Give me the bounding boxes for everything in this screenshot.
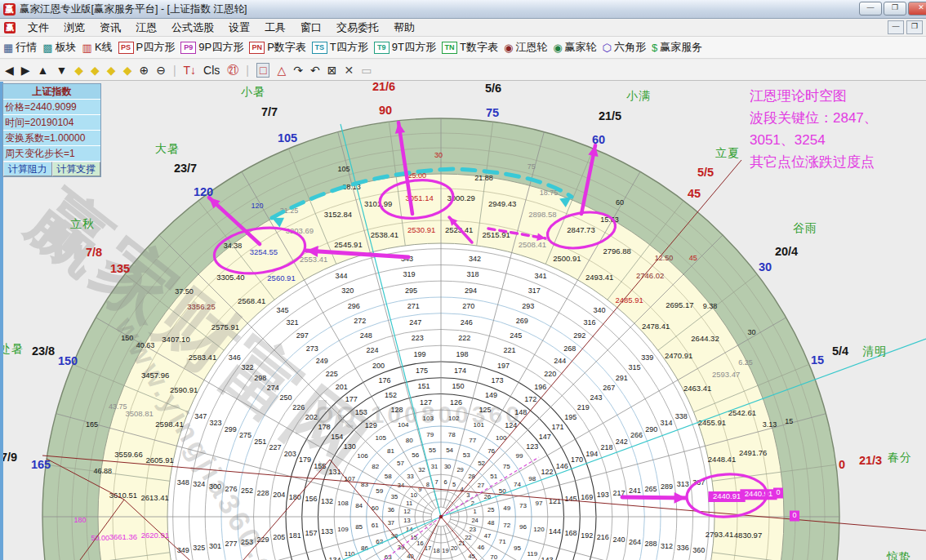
menu-item-公式选股[interactable]: 公式选股 (164, 19, 221, 37)
svg-text:52: 52 (478, 460, 485, 467)
toolbar-label: 9T四方形 (392, 40, 436, 55)
menu-item-帮助[interactable]: 帮助 (386, 19, 422, 37)
toolbar-button-9P四方形[interactable]: P99P四方形 (180, 40, 243, 55)
diamond-up-icon[interactable]: ◆ (107, 64, 116, 77)
svg-text:122: 122 (541, 468, 553, 476)
svg-text:173: 173 (491, 376, 503, 384)
svg-text:15: 15 (785, 417, 793, 425)
svg-text:150: 150 (452, 382, 464, 390)
nav-right-icon[interactable]: ▶ (21, 64, 30, 77)
svg-text:20: 20 (451, 544, 457, 552)
menu-item-江恩[interactable]: 江恩 (128, 19, 164, 37)
svg-text:312: 312 (661, 542, 673, 550)
svg-text:30: 30 (444, 463, 451, 470)
svg-text:0: 0 (839, 458, 845, 471)
svg-text:216: 216 (597, 533, 609, 541)
diamond-down-icon[interactable]: ◆ (123, 64, 132, 77)
svg-text:318: 318 (466, 270, 479, 278)
svg-text:252: 252 (241, 487, 253, 495)
svg-text:2530.91: 2530.91 (407, 225, 435, 234)
shape-disabled-icon[interactable]: ▭ (361, 64, 372, 77)
svg-text:301: 301 (209, 542, 221, 550)
svg-text:25: 25 (487, 506, 494, 513)
mdi-window-button[interactable]: ❐ (906, 20, 923, 34)
svg-text:2583.41: 2583.41 (189, 353, 216, 362)
nav-up-icon[interactable]: ▲ (38, 64, 49, 77)
close-button[interactable]: ✕ (908, 2, 926, 16)
svg-text:23/8: 23/8 (32, 344, 55, 358)
svg-text:292: 292 (573, 331, 585, 340)
diamond-right-icon[interactable]: ◆ (91, 64, 100, 77)
t-down-icon[interactable]: T↓ (184, 64, 197, 77)
svg-text:8: 8 (426, 481, 430, 488)
svg-text:30: 30 (759, 260, 772, 273)
mdi-window-button[interactable]: — (888, 20, 904, 34)
menu-item-交易委托[interactable]: 交易委托 (329, 19, 386, 37)
triangle-tool-icon[interactable]: △ (277, 64, 286, 77)
svg-text:3559.66: 3559.66 (114, 450, 142, 459)
crop-icon[interactable]: ✕ (344, 64, 354, 77)
toolbar-button-K线[interactable]: ▥K线 (82, 40, 113, 55)
svg-text:180: 180 (73, 516, 86, 524)
boxed-x-icon[interactable]: ⊠ (327, 64, 337, 77)
toolbar-button-赢家轮[interactable]: ◉赢家轮 (553, 40, 596, 55)
menu-item-文件[interactable]: 文件 (20, 19, 56, 37)
calendar-icon[interactable]: ㉑ (227, 64, 238, 77)
svg-text:2538.41: 2538.41 (371, 230, 398, 239)
minimize-button[interactable]: — (859, 2, 882, 16)
toolbar-label: T数字表 (460, 40, 498, 55)
nav-down-icon[interactable]: ▼ (56, 64, 67, 77)
toolbar-button-P四方形[interactable]: PSP四方形 (118, 40, 176, 55)
calc-support-button[interactable]: 计算支撑 (52, 162, 101, 176)
menu-item-窗口[interactable]: 窗口 (293, 19, 329, 37)
svg-text:53: 53 (463, 451, 470, 459)
nav-left-icon[interactable]: ◀ (5, 64, 14, 77)
toolbar-button-T数字表[interactable]: TNT数字表 (442, 40, 498, 55)
toolbar-button-行情[interactable]: ▦行情 (3, 40, 37, 55)
arc-cw-icon[interactable]: ↷ (293, 64, 303, 77)
calc-resistance-button[interactable]: 计算阻力 (3, 162, 52, 176)
svg-text:152: 152 (385, 391, 397, 399)
toolbar-button-江恩轮[interactable]: ◉江恩轮 (504, 40, 547, 55)
annotation-line: 其它点位涨跌过度点 (750, 151, 925, 173)
svg-text:298: 298 (254, 374, 266, 382)
gann-annotation-text: 江恩理论时空图 波段关键位：2847、 3051、3254 其它点位涨跌过度点 (750, 85, 925, 173)
diamond-left-icon[interactable]: ◆ (74, 64, 83, 77)
panel-row-date: 时间=20190104 (3, 115, 100, 131)
svg-text:179: 179 (299, 456, 311, 464)
svg-text:145: 145 (565, 495, 577, 503)
gann-wheel-canvas[interactable]: 赢家财富网www.yingjia360.comQQ:10080036012345… (0, 0, 926, 560)
zoom-out-icon[interactable]: ⊖ (156, 64, 166, 77)
svg-text:275: 275 (239, 431, 252, 439)
svg-text:惊蛰: 惊蛰 (886, 550, 911, 560)
svg-text:201: 201 (336, 383, 348, 391)
svg-text:21/5: 21/5 (599, 109, 621, 122)
toolbar-button-P数字表[interactable]: PNP数字表 (249, 40, 306, 55)
toolbar-button-9T四方形[interactable]: T99T四方形 (374, 40, 436, 55)
titlebar[interactable]: 赢 赢家江恩专业版[赢家服务平台] - [上证指数 江恩轮] — ❐ ✕ (0, 0, 926, 19)
menu-item-浏览[interactable]: 浏览 (56, 19, 92, 37)
svg-text:248: 248 (360, 331, 372, 340)
arc-ccw-icon[interactable]: ↶ (310, 64, 320, 77)
menu-item-资讯[interactable]: 资讯 (92, 19, 128, 37)
toolbar-button-板块[interactable]: ▩板块 (42, 40, 76, 55)
svg-text:45: 45 (688, 187, 701, 200)
svg-text:29: 29 (456, 466, 463, 473)
maximize-button[interactable]: ❐ (884, 2, 906, 16)
toolbar-button-T四方形[interactable]: TST四方形 (312, 40, 368, 55)
menu-item-工具[interactable]: 工具 (257, 19, 293, 37)
svg-text:37: 37 (388, 519, 394, 527)
cls-button[interactable]: Cls (203, 64, 220, 77)
menu-item-设置[interactable]: 设置 (221, 19, 257, 37)
svg-text:2560.91: 2560.91 (267, 273, 295, 282)
svg-text:立夏: 立夏 (715, 146, 740, 159)
svg-text:12.50: 12.50 (655, 254, 674, 262)
zoom-in-icon[interactable]: ⊕ (139, 64, 149, 77)
svg-text:347: 347 (194, 412, 207, 420)
svg-text:194: 194 (585, 450, 598, 458)
panel-row-coefficient: 变换系数=1.00000 (3, 131, 100, 146)
rect-tool-icon[interactable]: □ (256, 63, 269, 78)
toolbar-button-赢家服务[interactable]: $赢家服务 (652, 40, 702, 55)
svg-text:146: 146 (556, 462, 568, 470)
toolbar-button-六角形[interactable]: ⬡六角形 (603, 40, 646, 55)
